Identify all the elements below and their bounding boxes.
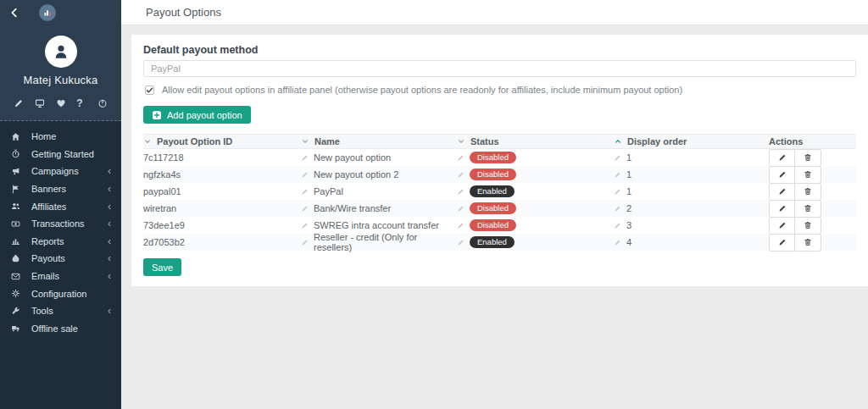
sidebar-item-transactions[interactable]: Transactions‹ [0, 215, 121, 233]
default-method-input[interactable] [143, 60, 856, 77]
payout-option-name: SWREG intra account transfer [314, 220, 439, 230]
column-header-display-order[interactable]: Display order [614, 136, 769, 146]
sidebar-item-label: Tools [31, 306, 108, 316]
row-actions [769, 217, 821, 235]
default-method-label: Default payout method [143, 44, 856, 56]
status-badge[interactable]: Disabled [470, 202, 516, 215]
inline-edit-pencil-icon[interactable] [457, 222, 465, 229]
table-body: 7c117218New payout optionDisabled1ngfzka… [143, 149, 856, 251]
column-header-status[interactable]: Status [457, 136, 614, 146]
row-actions [769, 200, 821, 218]
sidebar-item-banners[interactable]: Banners‹ [0, 180, 121, 198]
question-icon[interactable]: ? [76, 98, 86, 108]
heart-icon[interactable] [56, 98, 66, 108]
pencil-icon [778, 170, 787, 179]
delete-button[interactable] [795, 149, 821, 167]
inline-edit-pencil-icon[interactable] [301, 239, 309, 246]
cell-actions [769, 149, 856, 167]
cell-payout-option-id: ngfzka4s [143, 169, 301, 180]
edit-button[interactable] [769, 166, 795, 184]
page-header: Payout Options [121, 0, 868, 25]
sidebar-item-reports[interactable]: Reports‹ [0, 233, 121, 251]
save-button[interactable]: Save [143, 258, 181, 276]
sidebar-item-offline-sale[interactable]: Offline sale [0, 320, 121, 338]
inline-edit-pencil-icon[interactable] [301, 222, 309, 229]
sidebar-item-label: Configuration [31, 289, 111, 299]
display-order: 3 [626, 220, 632, 230]
delete-button[interactable] [795, 234, 821, 251]
sidebar-item-affiliates[interactable]: Affiliates‹ [0, 197, 121, 215]
inline-edit-pencil-icon[interactable] [301, 154, 309, 162]
payout-option-name: New payout option [314, 152, 391, 163]
sidebar-item-home[interactable]: Home [0, 128, 121, 146]
cell-display-order: 4 [614, 237, 769, 247]
status-badge[interactable]: Enabled [470, 236, 515, 249]
payout-option-id: ngfzka4s [143, 169, 181, 180]
inline-edit-pencil-icon[interactable] [614, 222, 621, 229]
sidebar-item-getting-started[interactable]: Getting Started [0, 146, 121, 163]
inline-edit-pencil-icon[interactable] [614, 239, 621, 246]
column-header-name[interactable]: Name [301, 136, 457, 146]
plus-square-icon [152, 110, 162, 120]
edit-button[interactable] [769, 217, 795, 235]
status-badge[interactable]: Enabled [470, 185, 515, 198]
inline-edit-pencil-icon[interactable] [457, 205, 465, 213]
delete-button[interactable] [795, 183, 821, 201]
back-icon[interactable] [8, 7, 20, 19]
trash-icon [804, 170, 812, 179]
sidebar-item-emails[interactable]: Emails‹ [0, 268, 121, 285]
edit-button[interactable] [769, 183, 795, 201]
sidebar-item-tools[interactable]: Tools‹ [0, 302, 121, 320]
delete-button[interactable] [795, 217, 821, 235]
allow-edit-checkbox[interactable] [145, 86, 154, 95]
status-badge[interactable]: Disabled [470, 219, 516, 232]
sidebar-item-label: Reports [31, 236, 108, 246]
column-label: Payout Option ID [157, 136, 232, 146]
sidebar-item-payouts[interactable]: Payouts‹ [0, 250, 121, 268]
inline-edit-pencil-icon[interactable] [457, 239, 465, 246]
inline-edit-pencil-icon[interactable] [301, 205, 309, 213]
add-payout-option-label: Add payout option [167, 110, 242, 120]
inline-edit-pencil-icon[interactable] [457, 154, 465, 162]
column-header-payout-option-id[interactable]: Payout Option ID [143, 136, 301, 146]
cell-payout-option-id: 73dee1e9 [143, 220, 301, 230]
inline-edit-pencil-icon[interactable] [301, 171, 309, 179]
sidebar-item-configuration[interactable]: Configuration [0, 285, 121, 302]
truck-icon [11, 323, 21, 334]
sort-down-icon [457, 137, 465, 146]
edit-button[interactable] [769, 234, 795, 251]
edit-button[interactable] [769, 149, 795, 167]
column-label: Name [314, 136, 340, 146]
inline-edit-pencil-icon[interactable] [301, 188, 309, 196]
avatar[interactable] [45, 36, 77, 68]
trash-icon [804, 153, 812, 162]
delete-button[interactable] [795, 200, 821, 218]
pencil-icon[interactable] [14, 98, 24, 108]
status-badge[interactable]: Disabled [470, 169, 516, 181]
status-badge[interactable]: Disabled [470, 152, 516, 164]
payout-option-id: 2d7053b2 [143, 237, 185, 247]
pencil-icon [778, 204, 787, 213]
sidebar: Matej Kukucka ? HomeGetting StartedCampa… [0, 0, 121, 409]
app-logo-icon[interactable] [39, 4, 56, 21]
inline-edit-pencil-icon[interactable] [457, 171, 465, 179]
inline-edit-pencil-icon[interactable] [614, 154, 621, 162]
edit-button[interactable] [769, 200, 795, 218]
inline-edit-pencil-icon[interactable] [457, 188, 465, 196]
users-icon [11, 202, 21, 212]
monitor-icon[interactable] [35, 98, 45, 108]
chevron-left-icon: ‹ [108, 253, 111, 263]
sidebar-item-campaigns[interactable]: Campaigns‹ [0, 163, 121, 180]
pencil-icon [778, 238, 787, 246]
inline-edit-pencil-icon[interactable] [614, 205, 621, 213]
add-payout-option-button[interactable]: Add payout option [143, 106, 251, 124]
chevron-left-icon: ‹ [108, 236, 111, 246]
payout-options-card: Default payout method Allow edit payout … [131, 35, 868, 286]
inline-edit-pencil-icon[interactable] [614, 188, 621, 196]
inline-edit-pencil-icon[interactable] [614, 171, 621, 179]
chevron-left-icon: ‹ [108, 271, 111, 281]
delete-button[interactable] [795, 166, 821, 184]
sidebar-item-label: Banners [31, 184, 108, 194]
cell-name: PayPal [301, 186, 457, 196]
power-icon[interactable] [97, 98, 108, 108]
